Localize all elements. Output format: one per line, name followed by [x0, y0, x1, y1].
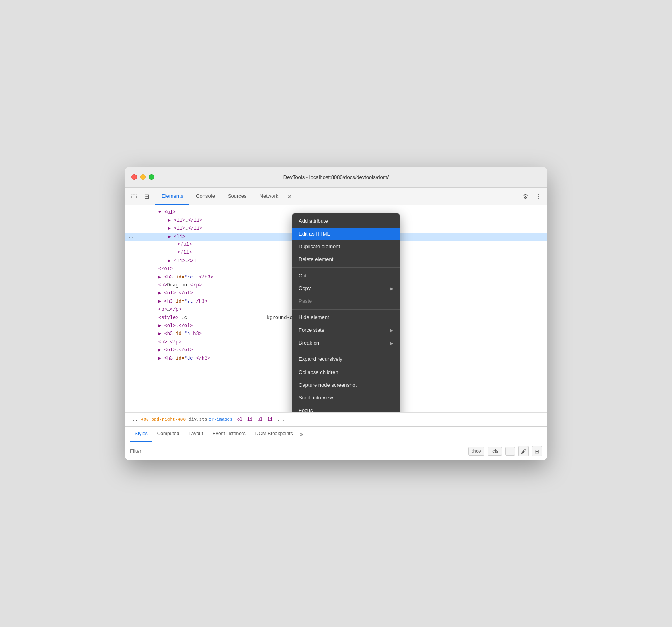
cm-force-state[interactable]: Force state ▶ — [292, 324, 400, 337]
cm-edit-as-html[interactable]: Edit as HTML — [292, 228, 400, 240]
devtools-window: DevTools - localhost:8080/docs/devtools/… — [125, 167, 547, 460]
breadcrumb-bar: ... 400.pad-right-400 div.sta er-images … — [125, 412, 547, 426]
bottom-tabs-more[interactable]: » — [298, 431, 306, 437]
cm-collapse-children[interactable]: Collapse children — [292, 366, 400, 379]
btab-event-listeners[interactable]: Event Listeners — [208, 426, 250, 442]
breadcrumb-more[interactable]: ... — [277, 417, 285, 422]
cm-copy[interactable]: Copy ▶ — [292, 282, 400, 295]
toolbar: ⬚ ⊞ Elements Console Sources Network » ⚙… — [125, 188, 547, 205]
fullscreen-button[interactable] — [149, 174, 154, 180]
btab-computed[interactable]: Computed — [152, 426, 184, 442]
device-icon[interactable]: ⊞ — [141, 191, 152, 202]
cm-break-on[interactable]: Break on ▶ — [292, 337, 400, 349]
titlebar: DevTools - localhost:8080/docs/devtools/… — [125, 167, 547, 188]
inspect-icon[interactable]: ⬚ — [128, 191, 139, 202]
cm-capture-screenshot[interactable]: Capture node screenshot — [292, 379, 400, 391]
breadcrumb-item-3[interactable]: er-images — [209, 417, 232, 422]
cm-delete-element[interactable]: Delete element — [292, 253, 400, 266]
toolbar-left-icons: ⬚ ⊞ — [128, 191, 152, 202]
cm-separator-2 — [292, 309, 400, 310]
plus-button[interactable]: + — [505, 447, 515, 456]
cm-scroll-into-view[interactable]: Scroll into view — [292, 391, 400, 404]
cls-button[interactable]: .cls — [488, 447, 502, 456]
cm-cut[interactable]: Cut — [292, 269, 400, 282]
cm-hide-element[interactable]: Hide element — [292, 311, 400, 324]
tabs-more-button[interactable]: » — [285, 187, 295, 205]
tab-elements[interactable]: Elements — [155, 187, 189, 205]
tab-sources[interactable]: Sources — [221, 187, 253, 205]
cm-add-attribute[interactable]: Add attribute — [292, 215, 400, 228]
main-tabs: Elements Console Sources Network » — [155, 187, 520, 205]
more-options-icon[interactable]: ⋮ — [533, 191, 544, 202]
breadcrumb-item-7[interactable]: li — [267, 417, 272, 422]
tab-network[interactable]: Network — [253, 187, 285, 205]
btab-layout[interactable]: Layout — [184, 426, 208, 442]
breadcrumb-item-1[interactable]: 400.pad-right-400 — [141, 417, 186, 422]
traffic-lights — [131, 174, 154, 180]
cm-separator-3 — [292, 351, 400, 351]
cm-focus[interactable]: Focus — [292, 404, 400, 412]
btab-dom-breakpoints[interactable]: DOM Breakpoints — [250, 426, 298, 442]
hov-button[interactable]: :hov — [468, 447, 484, 456]
toolbar-right-icons: ⚙ ⋮ — [520, 191, 544, 202]
breadcrumb-item-5[interactable]: li — [247, 417, 252, 422]
cm-break-on-arrow: ▶ — [390, 340, 393, 347]
filter-bar: :hov .cls + 🖌 ⊞ — [125, 442, 547, 460]
cm-copy-arrow: ▶ — [390, 285, 393, 292]
context-menu: Add attribute Edit as HTML Duplicate ele… — [292, 213, 400, 412]
tab-console[interactable]: Console — [189, 187, 221, 205]
cm-duplicate-element[interactable]: Duplicate element — [292, 240, 400, 253]
breadcrumb-item-6[interactable]: ul — [257, 417, 262, 422]
breadcrumb-item-2[interactable]: div.sta — [189, 417, 207, 422]
minimize-button[interactable] — [140, 174, 146, 180]
settings-icon[interactable]: ⚙ — [520, 191, 531, 202]
bottom-tabs: Styles Computed Layout Event Listeners D… — [125, 427, 547, 442]
cm-expand-recursively[interactable]: Expand recursively — [292, 353, 400, 366]
window-title: DevTools - localhost:8080/docs/devtools/… — [283, 174, 389, 180]
cm-paste: Paste — [292, 295, 400, 308]
paint-icon[interactable]: 🖌 — [518, 446, 529, 456]
filter-input[interactable] — [130, 448, 468, 454]
filter-right-controls: :hov .cls + 🖌 ⊞ — [468, 446, 542, 456]
btab-styles[interactable]: Styles — [130, 426, 152, 442]
breadcrumb-dots[interactable]: ... — [130, 417, 138, 422]
cm-force-state-arrow: ▶ — [390, 327, 393, 334]
close-button[interactable] — [131, 174, 137, 180]
cm-separator-1 — [292, 267, 400, 268]
layout-icon[interactable]: ⊞ — [532, 446, 542, 456]
breadcrumb-item-4[interactable]: ol — [237, 417, 242, 422]
bottom-panel: Styles Computed Layout Event Listeners D… — [125, 426, 547, 460]
dom-panel: ▼ <ul> ▶ <li>…</li> ▶ <li>…</li> ... ▶ <… — [125, 205, 547, 412]
